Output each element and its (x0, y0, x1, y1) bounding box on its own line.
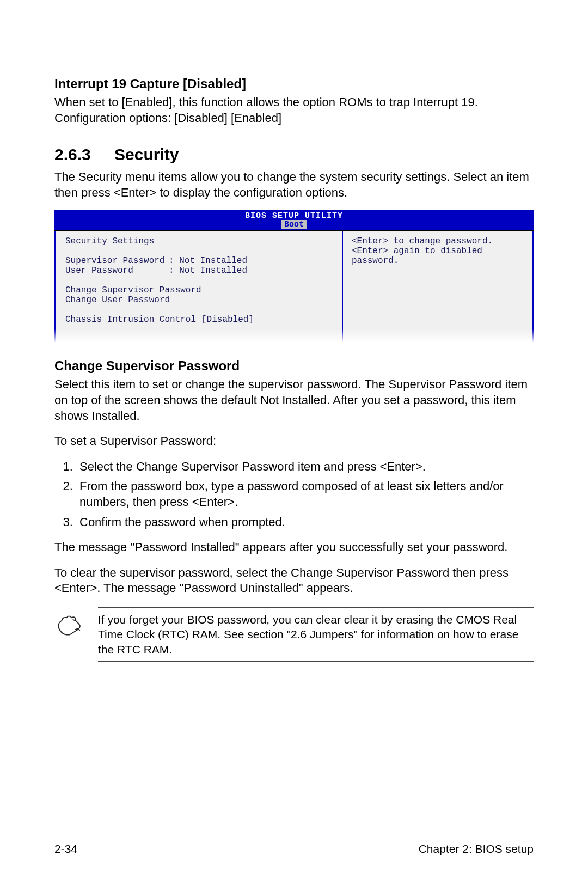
bios-action-user: Change User Password (65, 295, 170, 305)
change-supervisor-p1: Select this item to set or change the su… (54, 377, 534, 424)
bios-body: Security Settings Supervisor Password: N… (54, 230, 534, 344)
change-supervisor-p4: To clear the supervisor password, select… (54, 565, 534, 596)
security-intro: The Security menu items allow you to cha… (54, 169, 534, 200)
step-1: Select the Change Supervisor Password it… (76, 459, 534, 475)
footer-page-number: 2-34 (54, 842, 77, 856)
change-supervisor-p3: The message "Password Installed" appears… (54, 540, 534, 555)
hand-note-icon (54, 607, 98, 640)
interrupt19-heading: Interrupt 19 Capture [Disabled] (54, 76, 534, 91)
interrupt19-body: When set to [Enabled], this function all… (54, 95, 534, 126)
footer-chapter: Chapter 2: BIOS setup (419, 842, 534, 856)
bios-left-panel: Security Settings Supervisor Password: N… (54, 231, 343, 344)
section-title: Security (114, 145, 179, 163)
security-heading: 2.6.3Security (54, 145, 534, 164)
bios-right-panel: <Enter> to change password. <Enter> agai… (343, 231, 534, 344)
bios-row-supervisor: Supervisor Password: Not Installed (65, 256, 247, 266)
note-block: If you forget your BIOS password, you ca… (54, 607, 534, 662)
change-supervisor-p2: To set a Supervisor Password: (54, 433, 534, 449)
bios-title: BIOS SETUP UTILITY (54, 210, 534, 221)
bios-tab-boot: Boot (281, 220, 307, 229)
step-3: Confirm the password when prompted. (76, 515, 534, 530)
step-2: From the password box, type a password c… (76, 479, 534, 510)
bios-left-heading: Security Settings (65, 236, 154, 246)
supervisor-steps: Select the Change Supervisor Password it… (54, 459, 534, 530)
bios-row-user: User Password: Not Installed (65, 266, 247, 276)
section-number: 2.6.3 (54, 145, 114, 164)
change-supervisor-heading: Change Supervisor Password (54, 358, 534, 374)
bios-action-supervisor: Change Supervisor Password (65, 285, 201, 295)
page-footer: 2-34 Chapter 2: BIOS setup (54, 839, 534, 856)
bios-tab-row: Boot (54, 221, 534, 230)
note-text: If you forget your BIOS password, you ca… (98, 607, 534, 662)
bios-option-chassis: Chassis Intrusion Control[Disabled] (65, 315, 254, 325)
bios-screenshot: BIOS SETUP UTILITY Boot Security Setting… (54, 210, 534, 344)
manual-page: Interrupt 19 Capture [Disabled] When set… (0, 0, 588, 886)
